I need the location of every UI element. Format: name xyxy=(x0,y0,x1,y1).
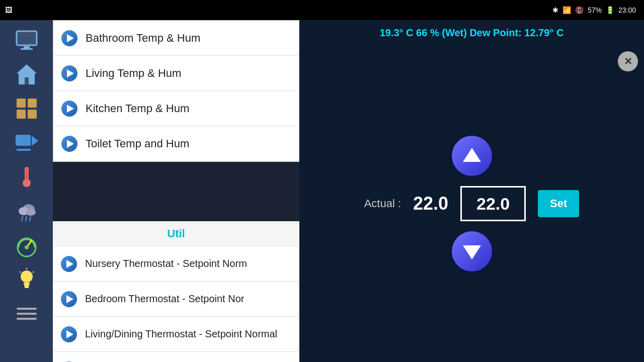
sidebar-item-video[interactable] xyxy=(9,127,44,159)
svg-rect-27 xyxy=(25,287,29,288)
actual-value: 22.0 xyxy=(413,193,448,214)
svg-point-24 xyxy=(21,270,33,283)
play-btn-nursery[interactable] xyxy=(61,256,77,272)
sidebar-item-weather[interactable] xyxy=(9,195,44,227)
svg-rect-9 xyxy=(16,135,31,146)
set-button[interactable]: Set xyxy=(538,190,579,217)
play-btn-bathroom[interactable] xyxy=(61,30,77,46)
battery-percent: 57% xyxy=(588,6,602,14)
setpoint-box[interactable]: 22.0 xyxy=(460,186,526,221)
dropdown-item-living[interactable]: Living Temp & Hum xyxy=(53,56,299,91)
sidebar-item-thermometer[interactable] xyxy=(9,161,44,193)
screen-icon: 🖼 xyxy=(5,6,12,14)
svg-point-17 xyxy=(26,209,36,216)
sidebar-item-monitor[interactable] xyxy=(9,24,44,56)
main-content: 19.3° C 66 % (Wet) Dew Point: 12.79° C B… xyxy=(53,20,644,362)
sidebar-item-grid[interactable] xyxy=(9,93,44,125)
svg-rect-8 xyxy=(28,110,37,119)
svg-rect-7 xyxy=(17,110,26,119)
list-label-bedroom: Bedroom Thermostat - Setpoint Nor xyxy=(85,293,244,305)
svg-line-30 xyxy=(20,272,21,273)
dropdown-item-toilet[interactable]: Toilet Temp and Hum xyxy=(53,126,299,161)
svg-line-18 xyxy=(22,216,23,221)
svg-rect-6 xyxy=(28,99,37,108)
clock: 23:00 xyxy=(618,6,636,14)
status-icons: ✱ 📶 📵 57% 🔋 23:00 xyxy=(552,6,636,14)
control-panel: ✕ Actual : 22.0 22.0 Set xyxy=(299,45,644,362)
svg-rect-14 xyxy=(26,169,28,180)
play-btn-bedroom[interactable] xyxy=(61,291,77,307)
sidebar-item-gauge[interactable] xyxy=(9,229,44,261)
svg-rect-26 xyxy=(24,285,29,287)
play-btn-living[interactable] xyxy=(61,65,77,81)
svg-rect-1 xyxy=(24,46,30,48)
sidebar-item-lightbulb[interactable] xyxy=(9,263,44,296)
svg-rect-4 xyxy=(25,77,29,84)
list-label-nursery: Nursery Thermostat - Setpoint Norm xyxy=(85,258,247,269)
svg-marker-35 xyxy=(463,245,481,259)
dropdown-label-kitchen: Kitchen Temp & Hum xyxy=(86,102,189,115)
play-btn-toilet[interactable] xyxy=(61,136,77,152)
svg-marker-34 xyxy=(463,148,481,162)
battery-icon: 🔋 xyxy=(606,6,614,14)
svg-rect-5 xyxy=(17,99,26,108)
play-btn-living-dining[interactable] xyxy=(61,326,77,342)
svg-rect-2 xyxy=(21,48,33,50)
dropdown-panel: Bathroom Temp & Hum Living Temp & Hum Ki… xyxy=(53,20,299,162)
increment-button[interactable] xyxy=(452,136,492,176)
svg-line-20 xyxy=(30,216,31,221)
svg-line-29 xyxy=(33,272,34,273)
dropdown-item-kitchen[interactable]: Kitchen Temp & Hum xyxy=(53,91,299,126)
svg-line-19 xyxy=(26,216,27,221)
dropdown-label-living: Living Temp & Hum xyxy=(86,67,181,80)
bluetooth-icon: ✱ xyxy=(552,6,558,14)
sidebar xyxy=(0,20,53,362)
svg-point-13 xyxy=(23,179,31,187)
close-button[interactable]: ✕ xyxy=(618,51,638,71)
sidebar-item-settings[interactable] xyxy=(9,298,44,330)
sidebar-item-home[interactable] xyxy=(9,58,44,90)
dropdown-label-bathroom: Bathroom Temp & Hum xyxy=(86,32,200,45)
dropdown-item-bathroom[interactable]: Bathroom Temp & Hum xyxy=(53,21,299,56)
stats-bar: 19.3° C 66 % (Wet) Dew Point: 12.79° C xyxy=(299,20,644,45)
svg-rect-0 xyxy=(17,31,37,45)
util-section-label: Util xyxy=(53,221,299,246)
list-label-living-dining: Living/Dining Thermostat - Setpoint Norm… xyxy=(85,328,277,340)
decrement-button[interactable] xyxy=(452,231,492,272)
svg-rect-25 xyxy=(24,283,30,285)
signal-icon: 📵 xyxy=(575,6,584,14)
svg-rect-10 xyxy=(17,149,31,151)
control-row: Actual : 22.0 22.0 Set xyxy=(364,186,580,221)
svg-point-23 xyxy=(25,245,29,249)
svg-marker-11 xyxy=(32,136,38,146)
actual-label: Actual : xyxy=(364,197,401,210)
play-btn-kitchen[interactable] xyxy=(61,101,77,117)
dropdown-label-toilet: Toilet Temp and Hum xyxy=(86,137,189,150)
status-bar: 🖼 ✱ 📶 📵 57% 🔋 23:00 xyxy=(0,0,644,20)
stats-text: 19.3° C 66 % (Wet) Dew Point: 12.79° C xyxy=(380,27,564,39)
wifi-icon: 📶 xyxy=(562,6,571,14)
